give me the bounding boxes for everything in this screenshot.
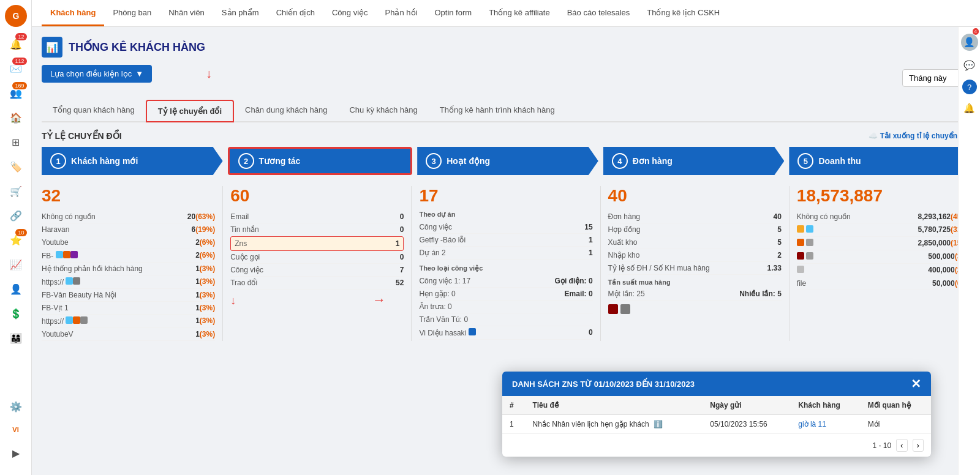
list-item: 400,000(2%) xyxy=(797,264,970,277)
list-item: Đơn hàng 40 xyxy=(608,211,782,223)
sidebar-chart-icon[interactable]: 📈 xyxy=(5,253,27,275)
sidebar-mail-icon[interactable]: ✉️112 xyxy=(5,58,27,80)
sidebar-tag-icon[interactable]: 🏷️ xyxy=(5,155,27,178)
list-item: Cuộc gọi 0 xyxy=(230,251,404,264)
list-item: Youtube 2(6%) xyxy=(42,236,215,249)
step-3-label: Hoạt động xyxy=(447,156,490,166)
page-header: 📊 THỐNG KÊ KHÁCH HÀNG xyxy=(42,37,970,58)
popup-close-button[interactable]: ✕ xyxy=(911,378,921,390)
popup-col-title: Tiêu đề xyxy=(526,396,703,415)
step-3-num: 3 xyxy=(426,153,442,169)
list-item: https:// 1(3%) xyxy=(42,315,215,328)
popup-header: DANH SÁCH ZNS TỪ 01/10/2023 ĐẾN 31/10/20… xyxy=(502,372,931,396)
sidebar-cart-icon[interactable]: 🛒 xyxy=(5,180,27,202)
logo[interactable]: G xyxy=(5,5,27,27)
nav-phanhoi[interactable]: Phản hồi xyxy=(377,1,426,26)
section-title: TỶ LỆ CHUYỂN ĐỔI ☁️ Tải xuống tỉ lệ chuy… xyxy=(42,131,970,141)
sidebar-users-icon[interactable]: 👥169 xyxy=(5,82,27,104)
step-2-num: 2 xyxy=(238,153,254,169)
col3-subsection2: Theo loại công việc xyxy=(419,264,592,272)
step-5-num: 5 xyxy=(797,153,813,169)
popup-col-date: Ngày gửi xyxy=(703,396,791,415)
left-sidebar: G 🔔12 ✉️112 👥169 🏠 ⊞ 🏷️ 🛒 🔗 ⭐10 📈 👤 💲 👨‍… xyxy=(0,0,32,475)
right-avatar-icon[interactable]: 👤 xyxy=(960,33,979,51)
download-link[interactable]: ☁️ Tải xuống tỉ lệ chuyển đổi xyxy=(869,132,970,140)
list-item: Nhập kho 2 xyxy=(608,249,782,262)
col2-items: Email 0 Tin nhắn 0 Zns 1 Cuộc gọi 0 Công… xyxy=(230,211,404,290)
sidebar-settings-icon[interactable]: ⚙️ xyxy=(5,395,27,417)
sidebar-dollar-icon[interactable]: 💲 xyxy=(5,302,27,324)
list-item: Dự án 2 1 xyxy=(419,247,592,260)
zns-popup: DANH SÁCH ZNS TỪ 01/10/2023 ĐẾN 31/10/20… xyxy=(502,372,931,457)
sidebar-network-icon[interactable]: 🔗 xyxy=(5,204,27,226)
nav-thongkelichcskh[interactable]: Thống kê lịch CSKH xyxy=(638,1,728,26)
sidebar-team-icon[interactable]: 👨‍👩‍👧 xyxy=(5,327,27,349)
right-question-icon[interactable]: ? xyxy=(962,80,977,94)
sidebar-home-icon[interactable]: 🏠 xyxy=(5,107,27,129)
sidebar-expand-icon[interactable]: ▶ xyxy=(5,442,27,464)
tab-bar: Tổng quan khách hàng Tỷ lệ chuyển đổi Ch… xyxy=(42,100,970,122)
sidebar-star-icon[interactable]: ⭐10 xyxy=(5,229,27,251)
download-icon: ☁️ xyxy=(869,132,878,140)
row-customer[interactable]: giờ là 11 xyxy=(791,415,861,434)
filter-button[interactable]: Lựa chọn điều kiện lọc ▼ xyxy=(42,65,152,83)
list-item: Không có nguồn 8,293,162(45%) xyxy=(797,211,970,223)
step-4-label: Đơn hàng xyxy=(633,156,673,166)
filter-label: Lựa chọn điều kiện lọc xyxy=(50,69,132,78)
tab-tylechuyen[interactable]: Tỷ lệ chuyển đổi xyxy=(146,100,234,122)
right-notification-icon[interactable]: 🔔4 xyxy=(960,99,979,118)
step-2[interactable]: 2 Tương tác xyxy=(228,147,413,175)
popup-col-num: # xyxy=(502,396,526,415)
nav-baocaotelesales[interactable]: Báo cáo telesales xyxy=(559,1,639,26)
list-item: file 50,000(0%) xyxy=(797,277,970,290)
list-item: Getfly -Báo lỗi 1 xyxy=(419,234,592,247)
tab-chandung[interactable]: Chân dung khách hàng xyxy=(234,100,338,122)
svg-text:G: G xyxy=(12,11,19,21)
sidebar-bell-icon[interactable]: 🔔12 xyxy=(5,33,27,55)
nav-chiendich[interactable]: Chiến dịch xyxy=(268,1,323,26)
right-chat-icon[interactable]: 💬 xyxy=(960,56,979,75)
step-1[interactable]: 1 Khách hàng mới xyxy=(42,147,223,175)
tab-tongquan[interactable]: Tổng quan khách hàng xyxy=(42,100,146,122)
list-item: Email 0 xyxy=(230,211,404,223)
popup-title: DANH SÁCH ZNS TỪ 01/10/2023 ĐẾN 31/10/20… xyxy=(512,380,695,389)
list-item: https:// 1(3%) xyxy=(42,275,215,289)
popup-pagination: 1 - 10 ‹ › xyxy=(502,434,931,457)
nav-khachhang[interactable]: Khách hàng xyxy=(42,1,104,26)
step-2-label: Tương tác xyxy=(259,156,301,166)
pagination-prev[interactable]: ‹ xyxy=(896,439,907,452)
pagination-next[interactable]: › xyxy=(913,439,924,452)
tab-hanhTrinh[interactable]: Thống kê hành trình khách hàng xyxy=(429,100,566,122)
list-item: YoutubeV 1(3%) xyxy=(42,328,215,341)
tab-chuky[interactable]: Chu kỳ khách hàng xyxy=(338,100,428,122)
list-item: Công việc 1: 17 Gọi điện: 0 xyxy=(419,275,592,288)
list-item: FB-Vịt 1 1(3%) xyxy=(42,302,215,315)
nav-phongban[interactable]: Phòng ban xyxy=(104,1,160,26)
row-num: 1 xyxy=(502,415,526,434)
list-item: Công việc 7 xyxy=(230,264,404,277)
nav-optinform[interactable]: Optin form xyxy=(426,1,480,26)
col3-subsection1: Theo dự án xyxy=(419,211,592,219)
list-item: 5,780,725(31%) xyxy=(797,223,970,237)
step-5-label: Doanh thu xyxy=(818,156,861,166)
list-item: 500,000(3%) xyxy=(797,250,970,264)
row-date: 05/10/2023 15:56 xyxy=(703,415,791,434)
nav-sanpham[interactable]: Sản phẩm xyxy=(213,1,268,26)
step-5[interactable]: 5 Doanh thu xyxy=(789,147,970,175)
list-item: Trần Văn Tú: 0 xyxy=(419,313,592,326)
nav-thongkeaffiliate[interactable]: Thống kê affiliate xyxy=(480,1,559,26)
divider-2 xyxy=(411,186,412,341)
right-sidebar: 👤 💬 ? 🔔4 xyxy=(958,27,980,475)
list-item: 2,850,000(15%) xyxy=(797,237,970,250)
nav-nhanvien[interactable]: Nhân viên xyxy=(160,1,213,26)
step-4[interactable]: 4 Đơn hàng xyxy=(603,147,785,175)
sidebar-grid-icon[interactable]: ⊞ xyxy=(5,131,27,153)
sidebar-language-icon[interactable]: VI xyxy=(5,419,27,441)
list-item: Hệ thống phản hồi khách hàng 1(3%) xyxy=(42,263,215,275)
nav-congviec[interactable]: Công việc xyxy=(323,1,377,26)
step-1-label: Khách hàng mới xyxy=(71,156,138,166)
step-4-num: 4 xyxy=(612,153,628,169)
sidebar-person-icon[interactable]: 👤 xyxy=(5,278,27,300)
step-3[interactable]: 3 Hoạt động xyxy=(417,147,598,175)
row-info-icon[interactable]: ℹ️ xyxy=(654,420,663,428)
